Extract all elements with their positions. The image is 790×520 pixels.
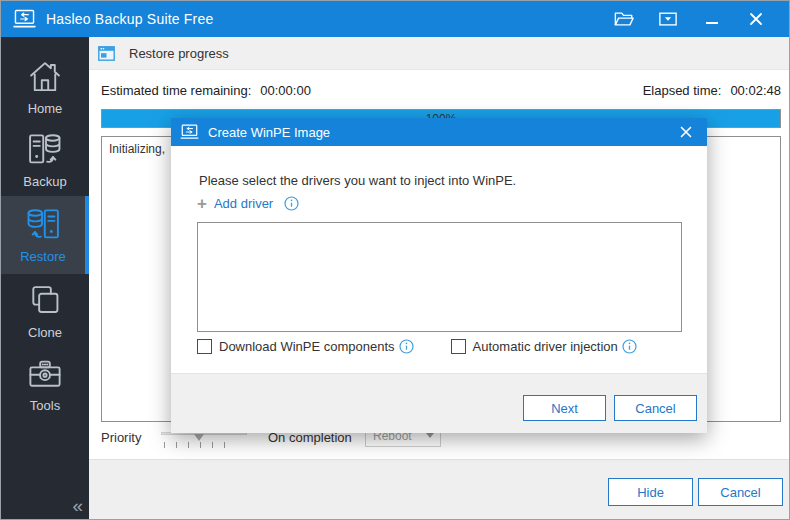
titlebar: Hasleo Backup Suite Free xyxy=(1,1,789,37)
window-frame-icon xyxy=(98,46,115,61)
create-winpe-dialog: Create WinPE Image Please select the dri… xyxy=(171,118,707,433)
dropdown-caret-icon xyxy=(426,433,434,438)
plus-icon: + xyxy=(197,197,207,210)
estimated-time-value: 00:00:00 xyxy=(260,83,311,98)
sidebar-item-label: Tools xyxy=(30,398,60,413)
slider-thumb-icon[interactable] xyxy=(194,434,204,441)
download-winpe-checkbox[interactable]: Download WinPE components xyxy=(197,339,414,354)
next-button[interactable]: Next xyxy=(523,395,606,421)
sidebar-item-label: Home xyxy=(28,101,63,116)
home-icon xyxy=(26,58,64,96)
close-icon[interactable] xyxy=(745,8,767,30)
window-cancel-button[interactable]: Cancel xyxy=(698,478,783,506)
hide-button[interactable]: Hide xyxy=(608,478,693,506)
sidebar-item-label: Clone xyxy=(28,325,62,340)
auto-injection-info-icon[interactable] xyxy=(622,339,637,354)
sidebar-item-backup[interactable]: Backup xyxy=(1,123,89,196)
sidebar-item-label: Restore xyxy=(20,249,66,264)
add-driver-row: + Add driver xyxy=(197,196,299,211)
add-driver-link[interactable]: Add driver xyxy=(214,196,273,211)
dialog-message: Please select the drivers you want to in… xyxy=(199,173,516,188)
minimize-to-tray-icon[interactable] xyxy=(657,8,679,30)
sidebar-item-clone[interactable]: Clone xyxy=(1,274,89,347)
sidebar-item-home[interactable]: Home xyxy=(1,50,89,123)
auto-injection-label: Automatic driver injection xyxy=(473,339,618,354)
add-driver-info-icon[interactable] xyxy=(284,196,299,211)
tools-icon xyxy=(26,355,64,393)
slider-ticks xyxy=(164,442,225,448)
dialog-titlebar: Create WinPE Image xyxy=(171,118,707,146)
dialog-close-icon[interactable] xyxy=(677,123,695,141)
clone-icon xyxy=(26,282,64,320)
window-title: Hasleo Backup Suite Free xyxy=(46,11,213,27)
time-row: Estimated time remaining: 00:00:00 Elaps… xyxy=(101,83,781,98)
elapsed-time-value: 00:02:48 xyxy=(730,83,781,98)
sidebar-item-label: Backup xyxy=(23,174,66,189)
dialog-footer: Next Cancel xyxy=(171,373,707,433)
restore-icon xyxy=(24,206,62,244)
dialog-cancel-button[interactable]: Cancel xyxy=(614,395,697,421)
app-logo-icon xyxy=(13,9,36,29)
estimated-time-label: Estimated time remaining: xyxy=(101,83,251,98)
sidebar-collapse-chevron[interactable]: « xyxy=(72,495,83,517)
app-window: Hasleo Backup Suite Free xyxy=(0,0,790,520)
dialog-title: Create WinPE Image xyxy=(208,125,330,140)
elapsed-time-label: Elapsed time: xyxy=(643,83,722,98)
page-header: Restore progress xyxy=(89,37,790,70)
auto-injection-checkbox[interactable]: Automatic driver injection xyxy=(451,339,637,354)
download-winpe-label: Download WinPE components xyxy=(219,339,395,354)
log-text: Initializing, xyxy=(109,142,165,156)
checkbox-icon[interactable] xyxy=(451,339,466,354)
download-winpe-info-icon[interactable] xyxy=(399,339,414,354)
sidebar: Home Backup Restore xyxy=(1,37,89,520)
sidebar-item-restore[interactable]: Restore xyxy=(1,196,89,274)
minimize-icon[interactable] xyxy=(701,8,723,30)
driver-list[interactable] xyxy=(197,222,682,332)
dialog-logo-icon xyxy=(180,124,199,140)
checkbox-icon[interactable] xyxy=(197,339,212,354)
checkbox-row: Download WinPE components Automatic driv… xyxy=(197,339,637,354)
backup-icon xyxy=(26,131,64,169)
open-folder-icon[interactable] xyxy=(613,8,635,30)
bottom-bar: Hide Cancel xyxy=(89,459,790,520)
priority-label: Priority xyxy=(101,430,141,445)
sidebar-item-tools[interactable]: Tools xyxy=(1,347,89,420)
page-title: Restore progress xyxy=(129,46,229,61)
